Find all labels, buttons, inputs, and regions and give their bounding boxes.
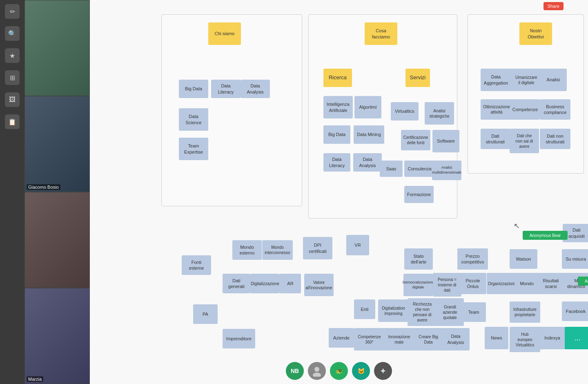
sidebar-icon-image[interactable]: 🖼 (5, 92, 20, 107)
svg-point-0 (314, 367, 319, 372)
sticky-analisi[interactable]: Analisi (540, 69, 567, 91)
sticky-facebook[interactable]: Facebook (562, 301, 588, 321)
sticky-hub-europeo[interactable]: HubeuropeoVirtualitics (510, 327, 540, 352)
sticky-software[interactable]: Software (432, 130, 459, 152)
cursor (514, 221, 522, 230)
share-button[interactable]: Share (543, 2, 564, 10)
sticky-persona-insieme[interactable]: Persona =insieme didati (433, 273, 461, 297)
sticky-news[interactable]: News (485, 327, 508, 349)
sticky-creare-big-data[interactable]: Creare BigData (414, 328, 443, 351)
sticky-business-compl[interactable]: Businesscompliance (540, 99, 570, 120)
sticky-competenze-360[interactable]: Competenze360° (354, 328, 385, 351)
sticky-mondo-esterno[interactable]: Mondoesterno (232, 240, 262, 260)
avatar-green[interactable]: 🐢 (330, 362, 348, 380)
sticky-chi-siamo-title[interactable]: Chi siamo (208, 22, 241, 45)
sticky-fonti-esterne[interactable]: Fontiesterne (182, 255, 211, 275)
avatar-add[interactable]: + (374, 362, 392, 380)
sticky-mondo-interc[interactable]: Mondointerconnesso (262, 240, 293, 260)
sticky-competenze[interactable]: Competenze (510, 99, 540, 120)
avatar-teal[interactable]: 🐱 (352, 362, 370, 380)
sticky-grandi-aziende[interactable]: Grandiaziendequotate (436, 298, 464, 326)
sticky-analisi-strat[interactable]: Analisistrategiche (425, 102, 454, 125)
sticky-big-data-1[interactable]: Big Data (179, 80, 208, 98)
sidebar-icon-grid[interactable]: ⊞ (5, 70, 20, 85)
sticky-data-literacy-1[interactable]: DataLiteracy (211, 80, 241, 98)
sticky-infr-propr[interactable]: Infrastruttureproprietarie (510, 301, 540, 323)
sticky-risultati-scarsi[interactable]: Risultatiscarsi (537, 273, 564, 294)
sticky-innovazione-reale[interactable]: Innovazionereale (384, 328, 414, 351)
sticky-ricerca[interactable]: Ricerca (323, 69, 352, 87)
sticky-democratiz[interactable]: Democratizzazionedigitale (403, 274, 433, 296)
sidebar-icon-star[interactable]: ★ (5, 48, 20, 63)
sticky-big-data-2[interactable]: Big Data (323, 125, 350, 144)
sticky-data-aggr[interactable]: DataAggregation (481, 69, 511, 91)
video-feed-marzia: Marzia (24, 288, 90, 384)
sticky-digitalizzazione[interactable]: Digitalizzazione (250, 274, 280, 293)
sticky-aziende[interactable]: Aziende (329, 328, 354, 348)
sticky-digital-impr[interactable]: DigitalizationImproving (378, 299, 409, 322)
sticky-indexya[interactable]: Indexya (539, 327, 566, 349)
sticky-valore-innov[interactable]: Valoreall'innovazione (304, 274, 334, 296)
sticky-stato-arte[interactable]: Statodell'arte (404, 248, 433, 270)
sticky-consulenza[interactable]: Consulenza (404, 161, 435, 177)
sidebar: ✏ 🔍 ★ ⊞ 🖼 📋 (0, 0, 24, 384)
sticky-saas[interactable]: Saas (380, 161, 403, 177)
svg-point-1 (313, 373, 321, 377)
sticky-algoritmi[interactable]: Algoritmi (354, 96, 381, 118)
sticky-enti[interactable]: Enti (354, 299, 375, 319)
sticky-ar[interactable]: AR (280, 274, 301, 293)
sticky-data-mining[interactable]: Data Mining (354, 125, 384, 144)
video-name-giacomo: Giacomo Bosio (27, 184, 60, 190)
sticky-vr[interactable]: VR (346, 235, 369, 255)
video-feed-giacomo: Giacomo Bosio (24, 96, 90, 192)
anon-bear-label: Anonymous Bear (523, 231, 568, 240)
avatar-nb[interactable]: NB (286, 362, 304, 380)
video-name-marzia: Marzia (27, 376, 43, 382)
anon-snake-label: Anonymous Snake (578, 277, 588, 286)
video-panel: Giacomo Bosio Marzia (24, 0, 90, 384)
sticky-cosa-facciamo-title[interactable]: Cosafacciamo (365, 22, 397, 45)
canvas-area[interactable]: Share Chi siamo Cosafacciamo NostriObiet… (90, 0, 588, 384)
sticky-data-literacy-2[interactable]: DataLiteracy (323, 153, 350, 172)
sticky-team-expertise[interactable]: TeamExpertise (179, 138, 208, 160)
sticky-formazione[interactable]: Formazione (404, 186, 434, 203)
sticky-virtualtics[interactable]: Virtualtics (391, 102, 419, 121)
sticky-analisi-multi[interactable]: Analisimultidimensionale (432, 161, 461, 180)
sticky-prezzo-comp[interactable]: Prezzocompetitivo (457, 248, 488, 270)
video-feed-3 (24, 192, 90, 288)
sticky-dati-strutt[interactable]: Datistrutturati (481, 129, 510, 149)
sticky-data-analysis-1[interactable]: DataAnalysis (241, 80, 270, 98)
sticky-pa[interactable]: PA (193, 304, 218, 324)
sticky-mondo[interactable]: Mondo (514, 273, 539, 294)
sticky-dati-non-sai[interactable]: Dati chenon sai diavere (510, 129, 539, 153)
sticky-servizi[interactable]: Servizi (405, 69, 430, 87)
sticky-watson[interactable]: Watson (510, 249, 537, 269)
video-feed-1 (24, 0, 90, 96)
sticky-intelligenza[interactable]: IntelligenzaArtificiale (323, 96, 353, 118)
sticky-umanizzare[interactable]: Umanizzareil digitale (510, 69, 542, 91)
sticky-certificazione[interactable]: Certificazionedelle fonti (401, 130, 430, 150)
sticky-nostri-obiettivi-title[interactable]: NostriObiettivi (519, 22, 552, 45)
sticky-piccole-onlus[interactable]: PiccoleOnlus (459, 273, 486, 294)
sticky-dpi-cert[interactable]: DPIcertificati (303, 237, 332, 259)
sticky-data-analysis-2[interactable]: DataAnalysis (353, 153, 382, 172)
avatar-bar: NB 🐢 🐱 + (286, 362, 392, 380)
sticky-ottimizzazione[interactable]: Ottimizzazioneattività (481, 99, 512, 120)
sticky-imprenditore[interactable]: Imprenditore (223, 329, 255, 348)
sticky-dati-non-strutt[interactable]: Dati nonstrutturati (540, 129, 570, 149)
sticky-team[interactable]: Team (461, 302, 486, 322)
avatar-photo[interactable] (308, 362, 326, 380)
sticky-ricchezza[interactable]: Ricchezzache nonpensavi diavere (408, 298, 437, 326)
sidebar-icon-search[interactable]: 🔍 (5, 26, 20, 41)
sticky-organizzazioni[interactable]: Organizzazioni (487, 273, 516, 294)
sticky-data-science[interactable]: DataScience (179, 108, 208, 131)
sticky-su-misura[interactable]: Su misura (562, 249, 588, 269)
sticky-dati-generati[interactable]: Datigenerati (223, 274, 250, 293)
sticky-data-analysis-3[interactable]: DataAnalysis (442, 328, 470, 351)
sticky-teal-ellipsis[interactable]: ... (565, 327, 588, 349)
sidebar-icon-clipboard[interactable]: 📋 (5, 114, 20, 129)
sidebar-icon-pencil[interactable]: ✏ (5, 4, 20, 19)
